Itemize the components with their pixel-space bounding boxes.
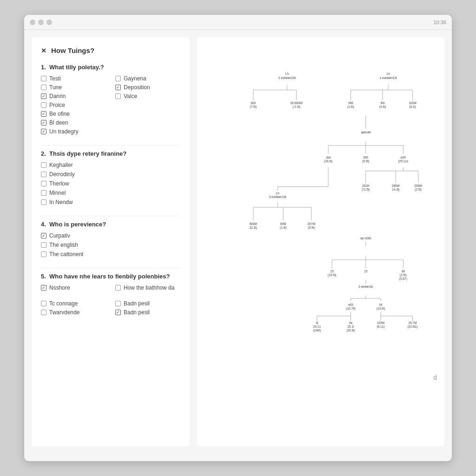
svg-text:20.60000: 20.60000 bbox=[290, 101, 303, 105]
option-1-5[interactable]: Danrin bbox=[41, 93, 106, 99]
svg-text:(13.0i): (13.0i) bbox=[377, 307, 385, 311]
option-5-5[interactable]: Twarvdende bbox=[41, 309, 106, 316]
tree-node-n15: 206W (2.5i) bbox=[414, 184, 423, 192]
option-label: Twarvdende bbox=[49, 309, 79, 316]
option-1-6[interactable]: Valce bbox=[115, 93, 180, 99]
option-spacer-2 bbox=[115, 111, 180, 117]
checkbox-1-7[interactable] bbox=[41, 102, 46, 108]
svg-text:e04: e04 bbox=[401, 156, 406, 159]
checkbox-2-5[interactable] bbox=[41, 199, 46, 205]
option-2-2[interactable]: Derrodinly bbox=[41, 171, 180, 178]
checkbox-5-3[interactable] bbox=[41, 301, 46, 306]
svg-text:(2.5i): (2.5i) bbox=[400, 273, 407, 277]
checkbox-2-4[interactable] bbox=[41, 190, 46, 196]
tree-node-n24: e03 (10.74) bbox=[346, 303, 355, 311]
option-4-3[interactable]: The cattonent bbox=[41, 251, 180, 258]
close-button[interactable]: ✕ bbox=[41, 47, 46, 54]
option-label: Therlow bbox=[49, 180, 69, 187]
option-1-4[interactable]: Deposition bbox=[115, 84, 180, 91]
checkbox-1-6[interactable] bbox=[115, 93, 121, 99]
option-2-5[interactable]: In Nendw bbox=[41, 199, 180, 205]
svg-text:(2.5i): (2.5i) bbox=[415, 188, 422, 192]
svg-text:3 winber1k: 3 winber1k bbox=[358, 285, 373, 288]
option-4-2[interactable]: The english bbox=[41, 242, 180, 248]
svg-text:15: 15 bbox=[364, 270, 368, 273]
option-label: Deposition bbox=[124, 84, 150, 91]
checkbox-5-6[interactable] bbox=[115, 310, 121, 315]
question-1: 1. What tilly poletay.? Testi Gaynena Tu… bbox=[41, 64, 180, 135]
option-5-6[interactable]: Badn pesll bbox=[115, 309, 180, 316]
checkbox-2-2[interactable] bbox=[41, 172, 46, 177]
option-label: Valce bbox=[124, 93, 137, 99]
option-1-9[interactable]: Be ofine bbox=[41, 111, 106, 117]
svg-text:(4.4i): (4.4i) bbox=[379, 105, 386, 109]
checkbox-5-1[interactable] bbox=[41, 285, 46, 291]
checkbox-1-3[interactable] bbox=[41, 85, 46, 90]
tree-node-n21: 15 bbox=[364, 270, 368, 273]
checkbox-4-3[interactable] bbox=[41, 251, 46, 257]
svg-text:(15.9i): (15.9i) bbox=[346, 329, 355, 332]
option-label: Testi bbox=[49, 75, 61, 82]
titlebar-time: 10:36 bbox=[433, 20, 446, 25]
checkbox-1-5[interactable] bbox=[41, 93, 46, 99]
option-5-1[interactable]: Nsshore bbox=[41, 284, 106, 291]
tree-node-n18: 207W (5.9i) bbox=[307, 222, 316, 230]
divider-2 bbox=[41, 216, 180, 216]
svg-text:aden4ll: aden4ll bbox=[361, 131, 370, 134]
option-5-4[interactable]: Badn pesll bbox=[115, 300, 180, 307]
option-spacer-3 bbox=[115, 119, 180, 126]
tree-node-n11: e04 (25.11z bbox=[398, 156, 408, 163]
checkbox-1-1[interactable] bbox=[41, 76, 46, 81]
checkbox-5-4[interactable] bbox=[115, 301, 121, 306]
option-5-2[interactable]: How the bathhow da bbox=[115, 284, 180, 291]
tree-node-n5: 006 (1.6i) bbox=[347, 101, 354, 109]
svg-text:(0.67): (0.67) bbox=[399, 277, 407, 281]
option-1-1[interactable]: Testi bbox=[41, 75, 106, 82]
svg-text:24.11: 24.11 bbox=[313, 325, 321, 328]
form-panel: ✕ How Tuings? 1. What tilly poletay.? Te… bbox=[32, 37, 190, 446]
option-2-3[interactable]: Therlow bbox=[41, 180, 180, 187]
svg-text:Lh: Lh bbox=[387, 72, 390, 75]
option-2-4[interactable]: Minnel bbox=[41, 190, 180, 196]
option-2-1[interactable]: Keghaller bbox=[41, 162, 180, 168]
svg-text:4i: 4i bbox=[316, 321, 318, 324]
option-1-11[interactable]: Bl deen bbox=[41, 119, 106, 126]
svg-text:(25.11z: (25.11z bbox=[398, 159, 408, 163]
option-1-13[interactable]: Un tradegry bbox=[41, 128, 106, 135]
checkbox-2-3[interactable] bbox=[41, 181, 46, 186]
svg-text:Lh: Lh bbox=[285, 72, 289, 75]
question-1-options: Testi Gaynena Tune Deposition bbox=[41, 75, 180, 135]
tree-node-n12: Lh 3 euhblen10t bbox=[269, 192, 286, 198]
option-4-1[interactable]: Curpativ bbox=[41, 232, 180, 239]
checkbox-1-2[interactable] bbox=[115, 76, 121, 81]
checkbox-1-11[interactable] bbox=[41, 120, 46, 126]
svg-text:(5.9i): (5.9i) bbox=[308, 226, 315, 230]
svg-text:(*2.5i): (*2.5i) bbox=[362, 188, 370, 192]
checkbox-5-2[interactable] bbox=[115, 285, 121, 291]
option-spacer-1 bbox=[115, 102, 180, 108]
option-1-2[interactable]: Gaynena bbox=[115, 75, 180, 82]
footer-icon: d bbox=[205, 374, 437, 381]
checkbox-4-2[interactable] bbox=[41, 242, 46, 248]
checkbox-1-13[interactable] bbox=[41, 129, 46, 134]
option-label: Minnel bbox=[49, 190, 66, 196]
checkbox-1-4[interactable] bbox=[115, 85, 121, 90]
checkbox-5-5[interactable] bbox=[41, 310, 46, 315]
checkbox-1-9[interactable] bbox=[41, 111, 46, 117]
option-label: Tc connage bbox=[49, 300, 78, 307]
svg-text:15: 15 bbox=[331, 270, 334, 273]
checkbox-2-1[interactable] bbox=[41, 162, 46, 168]
svg-text:900M: 900M bbox=[250, 222, 257, 225]
tree-node-n9: Jed (10.3i) bbox=[324, 156, 332, 163]
option-1-3[interactable]: Tune bbox=[41, 84, 106, 91]
tree-node-n2: Lh 1 euhblen10t bbox=[380, 72, 397, 79]
svg-text:(22.0i1): (22.0i1) bbox=[408, 325, 418, 329]
option-label: Nsshore bbox=[49, 284, 70, 291]
option-5-3[interactable]: Tc connage bbox=[41, 300, 106, 307]
titlebar: 10:36 bbox=[24, 15, 452, 30]
checkbox-4-1[interactable] bbox=[41, 233, 46, 238]
option-1-7[interactable]: Proice bbox=[41, 102, 106, 108]
option-label: Derrodinly bbox=[49, 171, 75, 178]
main-content: ✕ How Tuings? 1. What tilly poletay.? Te… bbox=[24, 30, 452, 454]
question-1-label: 1. What tilly poletay.? bbox=[41, 64, 180, 71]
